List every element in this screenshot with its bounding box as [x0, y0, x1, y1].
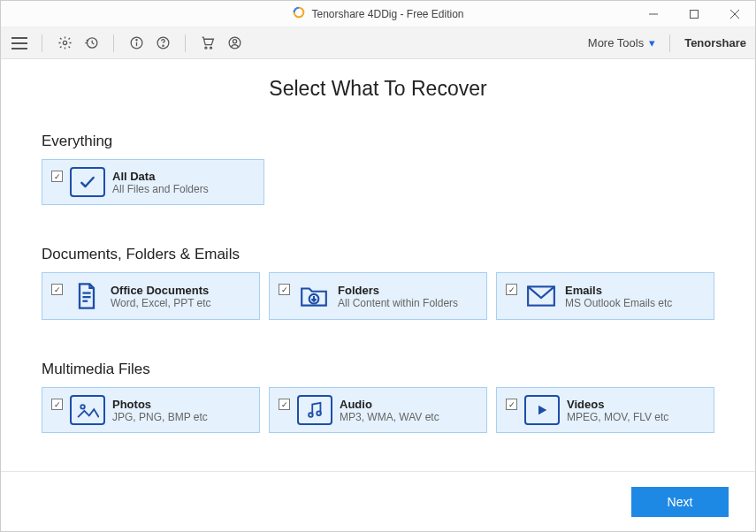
page-title: Select What To Recover — [42, 77, 714, 101]
svg-point-0 — [294, 8, 304, 18]
svg-rect-2 — [691, 10, 699, 18]
music-note-icon — [297, 395, 332, 425]
card-subtitle: MS Outlook Emails etc — [565, 297, 672, 309]
checkbox-all-data[interactable]: ✓ — [51, 171, 63, 182]
gear-icon[interactable] — [55, 34, 74, 53]
info-icon[interactable] — [126, 34, 146, 53]
folder-download-icon — [297, 280, 331, 312]
checkbox-audio[interactable]: ✓ — [279, 399, 290, 410]
help-icon[interactable] — [153, 34, 172, 53]
section-heading-everything: Everything — [42, 133, 714, 150]
user-icon[interactable] — [225, 34, 244, 53]
svg-point-15 — [205, 47, 207, 49]
card-subtitle: All Content within Folders — [338, 297, 458, 309]
separator — [42, 34, 42, 52]
svg-point-16 — [210, 47, 211, 49]
more-tools-label: More Tools — [588, 36, 644, 49]
checkbox-emails[interactable]: ✓ — [506, 284, 517, 295]
play-icon — [524, 395, 560, 425]
separator — [113, 34, 114, 52]
checkbox-office-documents[interactable]: ✓ — [51, 284, 63, 295]
card-office-documents[interactable]: ✓ Office Documents Word, Excel, PPT etc — [42, 272, 260, 320]
card-title: Photos — [112, 398, 208, 411]
brand-label: Tenorshare — [669, 34, 746, 52]
card-subtitle: All Files and Folders — [112, 183, 209, 195]
minimize-button[interactable] — [633, 1, 674, 27]
card-subtitle: Word, Excel, PPT etc — [111, 297, 211, 309]
separator — [185, 34, 186, 52]
card-all-data[interactable]: ✓ All Data All Files and Folders — [42, 159, 264, 205]
card-title: Office Documents — [111, 284, 211, 297]
next-button[interactable]: Next — [631, 487, 729, 517]
svg-point-12 — [135, 40, 136, 41]
card-emails[interactable]: ✓ Emails MS Outlook Emails etc — [496, 272, 714, 320]
section-heading-multimedia: Multimedia Files — [42, 361, 714, 378]
svg-point-27 — [317, 411, 321, 415]
card-videos[interactable]: ✓ Videos MPEG, MOV, FLV etc — [496, 387, 714, 433]
section-heading-documents: Documents, Folders & Emails — [42, 246, 714, 263]
envelope-icon — [524, 280, 558, 312]
more-tools-dropdown[interactable]: More Tools ▾ — [588, 36, 655, 49]
chevron-down-icon: ▾ — [649, 36, 655, 49]
card-subtitle: MP3, WMA, WAV etc — [340, 411, 439, 423]
toolbar: More Tools ▾ Tenorshare — [1, 27, 755, 59]
app-logo-icon — [292, 5, 306, 22]
image-icon — [70, 395, 105, 425]
content: Select What To Recover Everything ✓ All … — [1, 59, 755, 471]
card-subtitle: MPEG, MOV, FLV etc — [567, 411, 668, 423]
cart-icon[interactable] — [198, 34, 218, 53]
svg-point-14 — [162, 45, 163, 46]
svg-point-25 — [80, 405, 85, 409]
card-subtitle: JPG, PNG, BMP etc — [112, 411, 208, 423]
checkbox-videos[interactable]: ✓ — [506, 399, 517, 410]
check-large-icon — [70, 167, 105, 197]
close-button[interactable] — [714, 1, 755, 27]
card-title: Audio — [340, 398, 439, 411]
svg-marker-28 — [538, 406, 546, 415]
card-photos[interactable]: ✓ Photos JPG, PNG, BMP etc — [42, 387, 260, 433]
svg-point-18 — [233, 40, 236, 43]
document-icon — [70, 280, 103, 312]
card-title: Emails — [565, 284, 672, 297]
checkbox-photos[interactable]: ✓ — [51, 399, 63, 410]
card-audio[interactable]: ✓ Audio MP3, WMA, WAV etc — [269, 387, 487, 433]
svg-point-26 — [309, 413, 313, 417]
card-folders[interactable]: ✓ Folders All Content within Folders — [269, 272, 487, 320]
card-title: Folders — [338, 284, 458, 297]
menu-icon[interactable] — [10, 34, 29, 53]
history-icon[interactable] — [81, 34, 101, 53]
maximize-button[interactable] — [674, 1, 714, 27]
checkbox-folders[interactable]: ✓ — [279, 284, 290, 295]
window-title: Tenorshare 4DDig - Free Edition — [311, 8, 463, 20]
card-title: All Data — [112, 170, 209, 183]
svg-point-8 — [63, 41, 66, 44]
card-title: Videos — [567, 398, 668, 411]
titlebar: Tenorshare 4DDig - Free Edition — [1, 1, 755, 27]
footer: Next — [1, 471, 755, 531]
